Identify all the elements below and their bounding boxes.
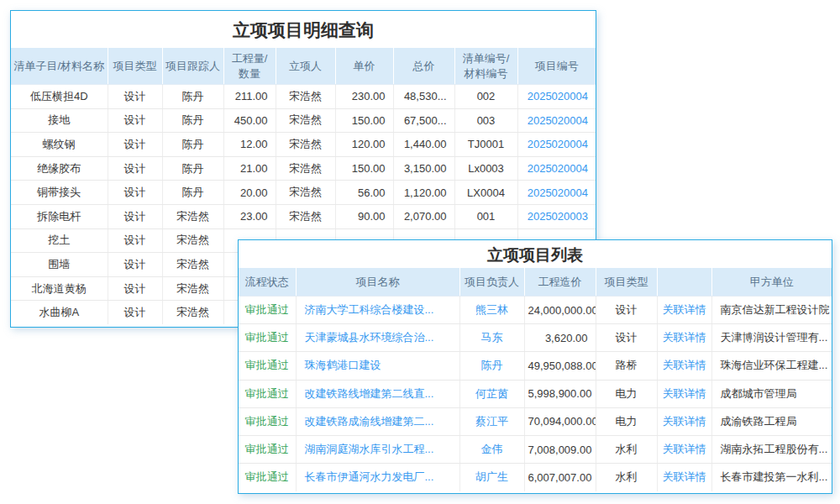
project-code-link[interactable]: 2025020004 — [528, 186, 588, 199]
relation-detail-link[interactable]: 关联详情 — [663, 443, 706, 455]
relation-detail-cell: 关联详情 — [657, 435, 711, 463]
tracker-cell: 宋浩然 — [162, 301, 223, 325]
tracker-cell: 陈丹 — [162, 108, 223, 133]
manager-link[interactable]: 熊三林 — [475, 303, 508, 316]
manager-cell: 金伟 — [459, 435, 524, 463]
project-name-link[interactable]: 天津蒙城县水环境综合治... — [305, 331, 434, 344]
project-name-cell: 珠海鹤港口建设 — [296, 352, 459, 380]
project-name-link[interactable]: 济南大学工科综合楼建设... — [305, 303, 434, 316]
total-price-cell: 48,530... — [393, 85, 454, 109]
table-row: 审批通过珠海鹤港口建设陈丹49,950,088.00路桥关联详情珠海信业环保工程… — [239, 352, 832, 380]
cost-cell: 6,007,007.00 — [524, 464, 596, 491]
client-unit-cell: 成渝铁路工程局 — [711, 407, 832, 435]
quantity-cell: 21.00 — [223, 156, 276, 181]
relation-detail-link[interactable]: 关联详情 — [663, 415, 706, 428]
quantity-cell: 211.00 — [223, 85, 276, 109]
table-row: 接地设计陈丹450.00宋浩然150.0067,500...0032025020… — [11, 108, 596, 133]
project-type-cell: 设计 — [108, 253, 162, 277]
relation-detail-link[interactable]: 关联详情 — [663, 470, 706, 483]
material-name-cell: 水曲柳A — [11, 301, 108, 325]
relation-detail-cell: 关联详情 — [657, 464, 711, 491]
column-header-type: 项目类型 — [596, 268, 657, 297]
type-cell: 电力 — [596, 380, 657, 407]
relation-detail-link[interactable]: 关联详情 — [663, 359, 706, 371]
table-row: 绝缘胶布设计陈丹21.00宋浩然150.003,150.00Lx00032025… — [11, 156, 596, 181]
material-name-cell: 拆除电杆 — [11, 204, 108, 228]
client-unit-cell: 成都城市管理局 — [711, 380, 832, 407]
project-code-link[interactable]: 2025020003 — [528, 210, 588, 223]
total-price-cell: 3,150.00 — [393, 156, 454, 181]
manager-cell: 马东 — [459, 324, 524, 352]
total-price-cell: 67,500... — [393, 108, 454, 133]
column-header-project-name: 项目名称 — [296, 268, 459, 297]
manager-cell: 陈丹 — [459, 352, 524, 380]
cost-cell: 3,620.00 — [524, 324, 596, 352]
item-code-cell: TJ0001 — [454, 133, 517, 157]
relation-detail-link[interactable]: 关联详情 — [663, 331, 706, 344]
relation-detail-link[interactable]: 关联详情 — [663, 303, 706, 316]
unit-price-cell: 90.00 — [335, 204, 393, 228]
table-row: 审批通过天津蒙城县水环境综合治...马东3,620.00设计关联详情天津博润设计… — [239, 324, 832, 352]
manager-link[interactable]: 马东 — [481, 331, 503, 344]
project-name-link[interactable]: 改建铁路成渝线增建第二... — [305, 415, 434, 428]
project-type-cell: 设计 — [108, 108, 162, 133]
status-cell: 审批通过 — [239, 435, 296, 463]
type-cell: 路桥 — [596, 352, 657, 380]
column-header-tracker: 项目跟踪人 — [162, 48, 223, 85]
relation-detail-cell: 关联详情 — [657, 407, 711, 435]
list-table-body: 审批通过济南大学工科综合楼建设...熊三林24,000,000.00设计关联详情… — [239, 297, 832, 491]
status-cell: 审批通过 — [239, 297, 296, 324]
tracker-cell: 陈丹 — [162, 181, 223, 205]
manager-link[interactable]: 蔡江平 — [475, 415, 508, 428]
project-code-link[interactable]: 2025020004 — [528, 162, 588, 175]
relation-detail-cell: 关联详情 — [657, 352, 711, 380]
column-header-project-type: 项目类型 — [108, 48, 162, 85]
manager-link[interactable]: 胡广生 — [475, 470, 508, 483]
manager-link[interactable]: 陈丹 — [481, 359, 503, 371]
tracker-cell: 宋浩然 — [162, 204, 223, 228]
column-header-project-code: 项目编号 — [517, 48, 596, 85]
status-cell: 审批通过 — [239, 352, 296, 380]
item-code-cell: 001 — [454, 204, 517, 228]
tracker-cell: 宋浩然 — [162, 276, 223, 301]
list-table-header-row: 流程状态项目名称项目负责人工程造价项目类型甲方单位 — [239, 268, 832, 297]
material-name-cell: 北海道黄杨 — [11, 276, 108, 301]
relation-detail-link[interactable]: 关联详情 — [663, 387, 706, 400]
project-name-cell: 长春市伊通河水力发电厂... — [296, 464, 459, 491]
project-name-cell: 天津蒙城县水环境综合治... — [296, 324, 459, 352]
item-code-cell: LX0004 — [454, 181, 517, 205]
project-name-link[interactable]: 珠海鹤港口建设 — [305, 359, 381, 371]
project-name-cell: 改建铁路线增建第二线直... — [296, 380, 459, 407]
manager-link[interactable]: 金伟 — [481, 443, 503, 455]
project-code-cell: 2025020004 — [517, 108, 596, 133]
project-code-link[interactable]: 2025020004 — [528, 90, 588, 102]
table-row: 审批通过济南大学工科综合楼建设...熊三林24,000,000.00设计关联详情… — [239, 297, 832, 324]
project-code-link[interactable]: 2025020004 — [528, 114, 588, 127]
relation-detail-cell: 关联详情 — [657, 324, 711, 352]
manager-link[interactable]: 何芷茵 — [475, 387, 508, 400]
manager-cell: 蔡江平 — [459, 407, 524, 435]
initiator-cell: 宋浩然 — [276, 181, 335, 205]
manager-cell: 何芷茵 — [459, 380, 524, 407]
column-header-cost: 工程造价 — [524, 268, 596, 297]
status-cell: 审批通过 — [239, 464, 296, 491]
unit-price-cell: 230.00 — [335, 85, 393, 109]
item-code-cell: 002 — [454, 85, 517, 109]
project-type-cell: 设计 — [108, 301, 162, 325]
type-cell: 电力 — [596, 407, 657, 435]
client-unit-cell: 天津博润设计管理有... — [711, 324, 832, 352]
project-name-link[interactable]: 湖南洞庭湖水库引水工程... — [305, 443, 434, 455]
project-type-cell: 设计 — [108, 181, 162, 205]
project-code-link[interactable]: 2025020004 — [528, 138, 588, 150]
total-price-cell: 1,440.00 — [393, 133, 454, 157]
project-name-link[interactable]: 改建铁路线增建第二线直... — [305, 387, 434, 400]
project-type-cell: 设计 — [108, 85, 162, 109]
project-code-cell: 2025020004 — [517, 181, 596, 205]
unit-price-cell: 150.00 — [335, 156, 393, 181]
project-code-cell: 2025020004 — [517, 85, 596, 109]
initiator-cell: 宋浩然 — [276, 108, 335, 133]
column-header-status: 流程状态 — [239, 268, 296, 297]
unit-price-cell: 56.00 — [335, 181, 393, 205]
project-name-link[interactable]: 长春市伊通河水力发电厂... — [305, 470, 434, 483]
cost-cell: 49,950,088.00 — [524, 352, 596, 380]
